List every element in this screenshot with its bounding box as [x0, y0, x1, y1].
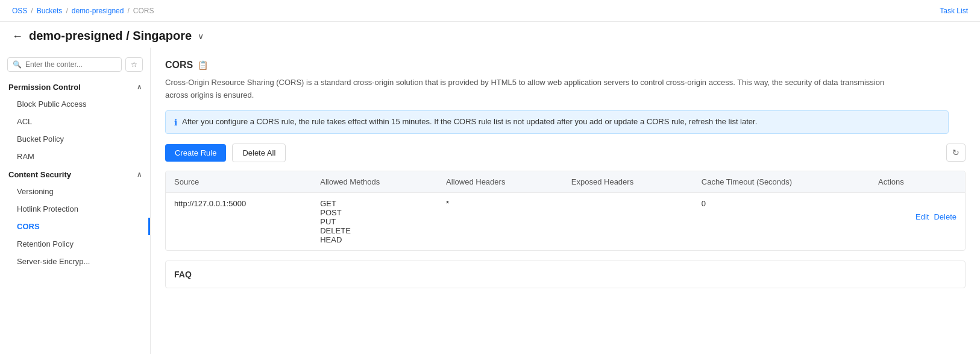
sidebar-section-content-label: Content Security [8, 170, 71, 179]
edit-row-button[interactable]: Edit [916, 212, 929, 221]
cell-actions: Edit Delete [870, 192, 965, 250]
breadcrumb-current: CORS [133, 7, 154, 15]
cors-table: Source Allowed Methods Allowed Headers E… [166, 171, 965, 250]
info-message: After you configure a CORS rule, the rul… [182, 117, 757, 126]
sidebar-item-cors[interactable]: CORS [0, 218, 150, 235]
sidebar: 🔍 ☆ Permission Control ∧ Block Public Ac… [0, 48, 151, 354]
title-row: ← demo-presigned / Singapore ∨ [0, 22, 980, 48]
search-input[interactable] [25, 60, 116, 69]
faq-section: FAQ [165, 261, 966, 288]
col-allowed-headers: Allowed Headers [438, 171, 563, 193]
sidebar-section-content-security[interactable]: Content Security ∧ [0, 165, 150, 183]
layout: 🔍 ☆ Permission Control ∧ Block Public Ac… [0, 48, 980, 354]
cell-allowed-methods: GET POST PUT DELETE HEAD [312, 192, 438, 250]
col-source: Source [166, 171, 312, 193]
info-icon: ℹ [174, 118, 177, 127]
sidebar-section-permission-control[interactable]: Permission Control ∧ [0, 78, 150, 95]
task-list-button[interactable]: Task List [940, 7, 968, 15]
method-put: PUT [320, 217, 429, 226]
method-head: HEAD [320, 235, 429, 244]
star-button[interactable]: ☆ [125, 57, 143, 72]
col-cache-timeout: Cache Timeout (Seconds) [693, 171, 870, 193]
cors-description: Cross-Origin Resource Sharing (CORS) is … [165, 77, 888, 102]
breadcrumb-buckets[interactable]: Buckets [37, 7, 63, 15]
cell-cache-timeout: 0 [693, 192, 870, 250]
cell-exposed-headers [563, 192, 693, 250]
chevron-up-icon: ∧ [137, 83, 142, 91]
method-post: POST [320, 208, 429, 217]
sidebar-item-bucket-policy[interactable]: Bucket Policy [0, 130, 150, 148]
page-title: demo-presigned / Singapore [29, 29, 192, 43]
search-wrap: 🔍 [7, 57, 122, 72]
sidebar-item-ram[interactable]: RAM [0, 148, 150, 165]
sidebar-item-versioning[interactable]: Versioning [0, 183, 150, 200]
col-exposed-headers: Exposed Headers [563, 171, 693, 193]
col-actions: Actions [870, 171, 965, 193]
cell-allowed-headers: * [438, 192, 563, 250]
faq-title: FAQ [174, 270, 956, 279]
cors-table-wrap: Source Allowed Methods Allowed Headers E… [165, 171, 966, 251]
cell-source: http://127.0.0.1:5000 [166, 192, 312, 250]
info-box: ℹ After you configure a CORS rule, the r… [165, 110, 949, 134]
chevron-up-icon-2: ∧ [137, 171, 142, 179]
sidebar-item-retention-policy[interactable]: Retention Policy [0, 235, 150, 253]
delete-row-button[interactable]: Delete [934, 212, 956, 221]
section-title-row: CORS 📋 [165, 60, 966, 71]
back-button[interactable]: ← [12, 31, 23, 42]
refresh-button[interactable]: ↻ [946, 144, 966, 162]
main-content: CORS 📋 Cross-Origin Resource Sharing (CO… [151, 48, 980, 354]
col-allowed-methods: Allowed Methods [312, 171, 438, 193]
table-header-row: Source Allowed Methods Allowed Headers E… [166, 171, 965, 193]
create-rule-button[interactable]: Create Rule [165, 144, 226, 162]
sidebar-item-hotlink-protection[interactable]: Hotlink Protection [0, 200, 150, 218]
cors-title: CORS [165, 60, 193, 71]
breadcrumb-oss[interactable]: OSS [12, 7, 27, 15]
breadcrumb: OSS / Buckets / demo-presigned / CORS [12, 7, 154, 15]
edit-icon[interactable]: 📋 [198, 60, 208, 70]
action-row: Create Rule Delete All ↻ [165, 144, 966, 162]
sidebar-item-server-side-encrypt[interactable]: Server-side Encryp... [0, 253, 150, 270]
top-bar: OSS / Buckets / demo-presigned / CORS Ta… [0, 0, 980, 22]
sidebar-section-permission-label: Permission Control [8, 83, 81, 92]
search-row: 🔍 ☆ [0, 54, 150, 78]
table-row: http://127.0.0.1:5000 GET POST PUT DELET… [166, 192, 965, 250]
delete-all-button[interactable]: Delete All [232, 144, 286, 162]
dropdown-arrow-icon[interactable]: ∨ [198, 31, 204, 41]
breadcrumb-demo-presigned[interactable]: demo-presigned [72, 7, 124, 15]
sidebar-item-acl[interactable]: ACL [0, 113, 150, 130]
method-get: GET [320, 199, 429, 208]
sidebar-item-block-public-access[interactable]: Block Public Access [0, 95, 150, 113]
search-icon: 🔍 [13, 60, 22, 69]
method-delete: DELETE [320, 226, 429, 235]
